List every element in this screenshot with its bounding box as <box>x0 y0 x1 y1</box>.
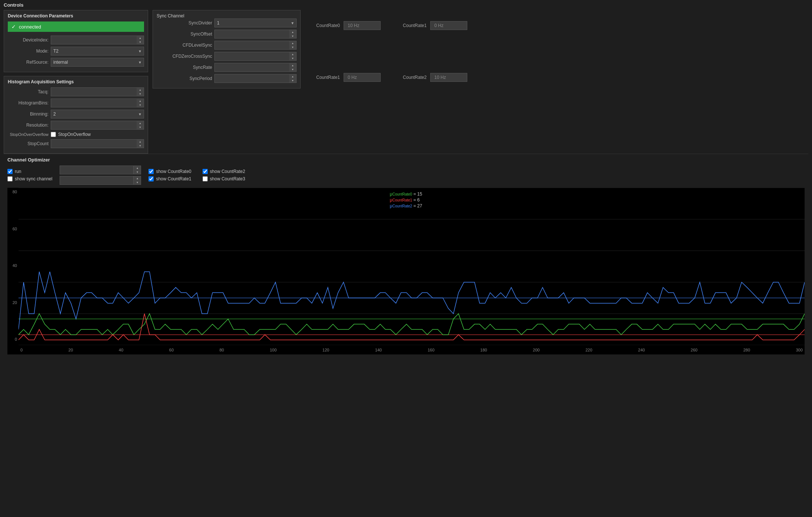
x-label-260: 260 <box>691 348 697 352</box>
mode-select[interactable]: T2 T3 <box>51 47 144 56</box>
run-check-label[interactable]: run <box>7 169 52 174</box>
refsource-select[interactable]: internal external <box>51 58 144 67</box>
resolution-down[interactable]: ▼ <box>137 125 144 129</box>
cr1-top-label: CountRate1 <box>403 23 427 28</box>
show-cr0-label[interactable]: show CountRate0 <box>148 169 191 174</box>
stop-count-down[interactable]: ▼ <box>137 144 144 148</box>
avg-len-up[interactable]: ▲ <box>134 176 141 180</box>
sync-period-input[interactable]: 0.000000 ps <box>214 74 297 83</box>
refsource-row: RefSource: internal external ▼ <box>8 58 144 67</box>
sync-divider-select[interactable]: 1 <box>214 19 297 27</box>
sync-rate-up[interactable]: ▲ <box>289 63 296 67</box>
device-index-spin[interactable]: 0 ▲ ▼ <box>51 36 144 44</box>
cr0-top-entry: CountRate0 10 Hz <box>316 21 381 30</box>
show-cr1-checkbox[interactable] <box>148 176 154 181</box>
sync-period-up[interactable]: ▲ <box>289 74 296 79</box>
x-label-200: 200 <box>533 348 539 352</box>
refsource-dropdown[interactable]: internal external ▼ <box>51 58 144 67</box>
sync-rate-spin[interactable]: 0 Hz ▲ ▼ <box>214 63 297 72</box>
sync-divider-row: SyncDivider 1 ▼ <box>157 19 297 27</box>
channel-optimizer-title: Channel Optimizer <box>7 157 805 163</box>
tacq-up[interactable]: ▲ <box>137 88 144 92</box>
cfd-level-up[interactable]: ▲ <box>289 41 296 45</box>
sync-rate-input[interactable]: 0 Hz <box>214 63 297 72</box>
histogram-bins-spin[interactable]: 65536 ▲ ▼ <box>51 99 144 107</box>
cfd-zero-up[interactable]: ▲ <box>289 52 296 56</box>
device-index-up[interactable]: ▲ <box>137 36 144 40</box>
show-sync-checkbox[interactable] <box>7 176 13 181</box>
histogram-bins-down[interactable]: ▼ <box>137 103 144 107</box>
tacq-down[interactable]: ▼ <box>137 92 144 96</box>
connected-button[interactable]: ✓ connected <box>8 21 144 32</box>
history-len-arrows: ▲ ▼ <box>134 166 141 174</box>
stop-overflow-checkbox-label: StopOnOverflow <box>58 132 91 137</box>
stop-count-spin[interactable]: 4294967295 ▲ ▼ <box>51 139 144 148</box>
x-label-60: 60 <box>169 348 174 352</box>
resolution-input[interactable]: 5 ps <box>51 121 144 130</box>
stop-count-input[interactable]: 4294967295 <box>51 139 144 148</box>
cr1-top-entry: CountRate1 0 Hz <box>403 21 467 30</box>
history-len-down[interactable]: ▼ <box>134 170 141 174</box>
show-cr3-label[interactable]: show CountRate3 <box>203 176 245 181</box>
cr2-bottom-entry: CountRate2 10 Hz <box>403 73 467 82</box>
sync-rate-arrows: ▲ ▼ <box>289 63 297 72</box>
show-sync-check-label[interactable]: show sync channel <box>7 176 52 181</box>
show-cr3-checkbox[interactable] <box>203 176 208 181</box>
countrates-panel: CountRate0 10 Hz CountRate1 0 Hz CountRa… <box>305 10 808 82</box>
show-cr2-label[interactable]: show CountRate2 <box>203 169 245 174</box>
show-cr1-label[interactable]: show CountRate1 <box>148 176 191 181</box>
x-label-280: 280 <box>743 348 750 352</box>
sync-rate-row: SyncRate 0 Hz ▲ ▼ <box>157 63 297 72</box>
sync-offset-input[interactable]: 0.00 <box>214 30 297 39</box>
sync-offset-arrows: ▲ ▼ <box>289 30 297 39</box>
resolution-spin[interactable]: 5 ps ▲ ▼ <box>51 121 144 130</box>
y-label-20: 20 <box>13 300 17 305</box>
sync-period-down[interactable]: ▼ <box>289 79 296 83</box>
cfd-zero-spin[interactable]: 0.00 ▲ ▼ <box>214 52 297 61</box>
cfd-level-input[interactable]: 0.00 <box>214 41 297 50</box>
sync-period-row: SyncPeriod 0.000000 ps ▲ ▼ <box>157 74 297 83</box>
sync-period-spin[interactable]: 0.000000 ps ▲ ▼ <box>214 74 297 83</box>
stop-count-up[interactable]: ▲ <box>137 140 144 144</box>
show-cr0-checkbox[interactable] <box>148 169 154 174</box>
sync-offset-spin[interactable]: 0.00 ▲ ▼ <box>214 30 297 39</box>
stop-overflow-checkbox[interactable] <box>51 132 56 137</box>
binning-select[interactable]: 1 2 4 8 <box>51 110 144 119</box>
sync-offset-row: SyncOffset 0.00 ▲ ▼ <box>157 30 297 39</box>
sync-rate-label: SyncRate <box>157 65 212 70</box>
cfd-level-down[interactable]: ▼ <box>289 45 296 49</box>
show-cr0-text: show CountRate0 <box>156 169 191 174</box>
cr0-top-value: 10 Hz <box>344 21 381 30</box>
mode-row: Mode: T2 T3 ▼ <box>8 47 144 56</box>
cfd-zero-down[interactable]: ▼ <box>289 56 296 60</box>
sync-offset-down[interactable]: ▼ <box>289 34 296 38</box>
binning-dropdown[interactable]: 1 2 4 8 ▼ <box>51 110 144 119</box>
tacq-input[interactable]: 1.00 s <box>51 87 144 96</box>
device-index-input[interactable]: 0 <box>51 36 144 44</box>
cfd-level-spin[interactable]: 0.00 ▲ ▼ <box>214 41 297 50</box>
run-checkbox[interactable] <box>7 169 13 174</box>
sync-rate-down[interactable]: ▼ <box>289 67 296 71</box>
resolution-row: Resolution: 5 ps ▲ ▼ <box>8 121 144 130</box>
histogram-bins-up[interactable]: ▲ <box>137 99 144 103</box>
history-len-up[interactable]: ▲ <box>134 166 141 170</box>
stop-overflow-row: StopOnOverOverflow StopOnOverflow <box>8 132 144 137</box>
sync-channel-panel: Sync Channel SyncDivider 1 ▼ SyncOffset … <box>153 10 301 89</box>
resolution-arrows: ▲ ▼ <box>137 121 144 130</box>
histogram-bins-input[interactable]: 65536 <box>51 99 144 107</box>
resolution-up[interactable]: ▲ <box>137 121 144 125</box>
avg-len-input[interactable]: avg_len: 40 <box>60 176 134 185</box>
mode-dropdown[interactable]: T2 T3 ▼ <box>51 47 144 56</box>
cfd-zero-input[interactable]: 0.00 <box>214 52 297 61</box>
show-cr2-checkbox[interactable] <box>203 169 208 174</box>
tacq-spin[interactable]: 1.00 s ▲ ▼ <box>51 87 144 96</box>
optimizer-controls: run show sync channel history len: 300 ▲… <box>7 166 805 185</box>
y-label-60: 60 <box>13 227 17 231</box>
sync-offset-up[interactable]: ▲ <box>289 30 296 34</box>
history-len-input[interactable]: history len: 300 <box>60 166 134 174</box>
y-axis: 80 60 40 20 0 <box>7 188 19 343</box>
x-label-120: 120 <box>323 348 329 352</box>
sync-divider-dropdown[interactable]: 1 ▼ <box>214 19 297 27</box>
device-index-down[interactable]: ▼ <box>137 40 144 44</box>
avg-len-down[interactable]: ▼ <box>134 180 141 184</box>
